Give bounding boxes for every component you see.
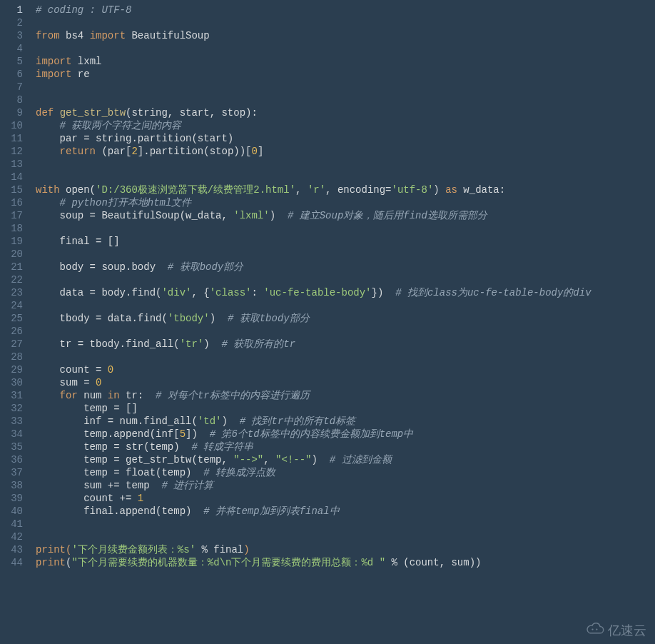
- line-number: 30: [0, 376, 23, 389]
- code-line[interactable]: count += 1: [29, 492, 655, 505]
- code-line[interactable]: [29, 273, 655, 286]
- code-token: (string, start, stop):: [126, 107, 258, 119]
- code-line[interactable]: temp.append(inf[5]) # 第6个td标签中的内容续费金额加到t…: [29, 428, 655, 441]
- code-token: count +=: [36, 493, 138, 504]
- line-number: 14: [0, 171, 23, 183]
- code-token: par = string.partition(start): [36, 133, 233, 144]
- code-token: # 对每个tr标签中的内容进行遍历: [156, 390, 310, 401]
- code-line[interactable]: data = body.find('div', {'class': 'uc-fe…: [29, 286, 655, 299]
- code-token: [36, 197, 60, 208]
- code-line[interactable]: sum += temp # 进行计算: [29, 479, 655, 492]
- code-line[interactable]: import lxml: [29, 55, 655, 68]
- code-token: 5: [180, 428, 186, 440]
- code-line[interactable]: [29, 299, 655, 312]
- code-token: count =: [36, 364, 108, 376]
- code-token: :: [251, 287, 263, 298]
- code-line[interactable]: for num in tr: # 对每个tr标签中的内容进行遍历: [29, 389, 655, 402]
- code-line[interactable]: temp = get_str_btw(temp, "-->", "<!--") …: [29, 453, 655, 466]
- code-line[interactable]: count = 0: [29, 363, 655, 376]
- code-token: # 并将temp加到列表final中: [203, 505, 339, 517]
- line-number: 27: [0, 338, 23, 351]
- code-editor[interactable]: # coding : UTF-8 from bs4 import Beautif…: [29, 0, 655, 644]
- code-line[interactable]: # 获取两个字符之间的内容: [29, 119, 655, 132]
- code-line[interactable]: inf = num.find_all('td') # 找到tr中的所有td标签: [29, 415, 655, 428]
- code-line[interactable]: with open('D:/360极速浏览器下载/续费管理2.html', 'r…: [29, 183, 655, 196]
- line-number: 3: [0, 29, 23, 42]
- code-token: import: [36, 69, 71, 80]
- code-line[interactable]: body = soup.body # 获取body部分: [29, 261, 655, 273]
- code-line[interactable]: # coding : UTF-8: [29, 4, 655, 16]
- code-token: [54, 107, 59, 119]
- line-number: 35: [0, 441, 23, 453]
- code-token: # 获取两个字符之间的内容: [60, 120, 182, 131]
- code-line[interactable]: [29, 518, 655, 530]
- code-token: ): [203, 338, 221, 350]
- code-line[interactable]: [29, 530, 655, 543]
- code-token: final.append(temp): [36, 505, 203, 517]
- code-token: print: [36, 544, 66, 555]
- line-number: 11: [0, 132, 23, 145]
- code-line[interactable]: [29, 222, 655, 235]
- code-line[interactable]: par = string.partition(start): [29, 132, 655, 145]
- code-line[interactable]: temp = []: [29, 402, 655, 415]
- code-line[interactable]: [29, 94, 655, 106]
- code-token: tr:: [120, 390, 156, 401]
- code-line[interactable]: soup = BeautifulSoup(w_data, 'lxml') # 建…: [29, 209, 655, 222]
- code-token: print: [36, 557, 66, 568]
- code-line[interactable]: from bs4 import BeautifulSoup: [29, 29, 655, 42]
- code-line[interactable]: temp = float(temp) # 转换成浮点数: [29, 466, 655, 479]
- code-line[interactable]: final = []: [29, 235, 655, 248]
- code-line[interactable]: [29, 325, 655, 338]
- code-line[interactable]: [29, 351, 655, 363]
- code-line[interactable]: final.append(temp) # 并将temp加到列表final中: [29, 505, 655, 518]
- line-number: 25: [0, 312, 23, 325]
- line-number: 24: [0, 299, 23, 312]
- code-token: [36, 390, 60, 401]
- code-token: ,: [295, 184, 308, 196]
- code-token: ): [243, 544, 249, 555]
- code-token: bs4: [60, 30, 90, 41]
- code-line[interactable]: tr = tbody.find_all('tr') # 获取所有的tr: [29, 338, 655, 351]
- code-token: % final: [196, 544, 243, 555]
- code-token: soup = BeautifulSoup(w_data,: [36, 210, 233, 221]
- line-number: 42: [0, 530, 23, 543]
- code-token: # 转换成浮点数: [203, 467, 275, 478]
- line-number: 16: [0, 196, 23, 209]
- code-token: temp.append(inf[: [36, 428, 180, 440]
- code-token: BeautifulSoup: [126, 30, 210, 41]
- line-number: 5: [0, 55, 23, 68]
- code-line[interactable]: print("下个月需要续费的机器数量：%d\n下个月需要续费的费用总额：%d …: [29, 556, 655, 569]
- line-number: 26: [0, 325, 23, 338]
- code-line[interactable]: [29, 171, 655, 183]
- code-line[interactable]: [29, 81, 655, 94]
- code-token: ].partition(stop))[: [138, 146, 252, 157]
- code-line[interactable]: [29, 248, 655, 261]
- line-number: 1: [0, 4, 23, 16]
- line-number: 6: [0, 68, 23, 81]
- code-token: (par[: [96, 146, 131, 157]
- line-number: 43: [0, 543, 23, 556]
- code-line[interactable]: [29, 42, 655, 55]
- code-line[interactable]: tbody = data.find('tbody') # 获取tbody部分: [29, 312, 655, 325]
- watermark: 亿速云: [585, 622, 646, 638]
- line-number: 32: [0, 402, 23, 415]
- code-line[interactable]: import re: [29, 68, 655, 81]
- code-line[interactable]: temp = str(temp) # 转成字符串: [29, 441, 655, 453]
- code-line[interactable]: # python打开本地html文件: [29, 196, 655, 209]
- code-token: sum =: [36, 377, 96, 388]
- code-token: # 进行计算: [161, 480, 213, 491]
- code-token: ]: [258, 146, 263, 157]
- code-token: import: [90, 30, 126, 41]
- code-line[interactable]: sum = 0: [29, 376, 655, 389]
- code-line[interactable]: [29, 158, 655, 171]
- code-token: # 获取body部分: [168, 261, 243, 273]
- code-token: 0: [108, 364, 113, 376]
- code-line[interactable]: print('下个月续费金额列表：%s' % final): [29, 543, 655, 556]
- code-token: lxml: [71, 56, 101, 67]
- code-token: open(: [60, 184, 96, 196]
- code-token: 'utf-8': [392, 184, 434, 196]
- code-line[interactable]: def get_str_btw(string, start, stop):: [29, 106, 655, 119]
- code-line[interactable]: return (par[2].partition(stop))[0]: [29, 145, 655, 158]
- code-line[interactable]: [29, 16, 655, 29]
- line-number: 15: [0, 183, 23, 196]
